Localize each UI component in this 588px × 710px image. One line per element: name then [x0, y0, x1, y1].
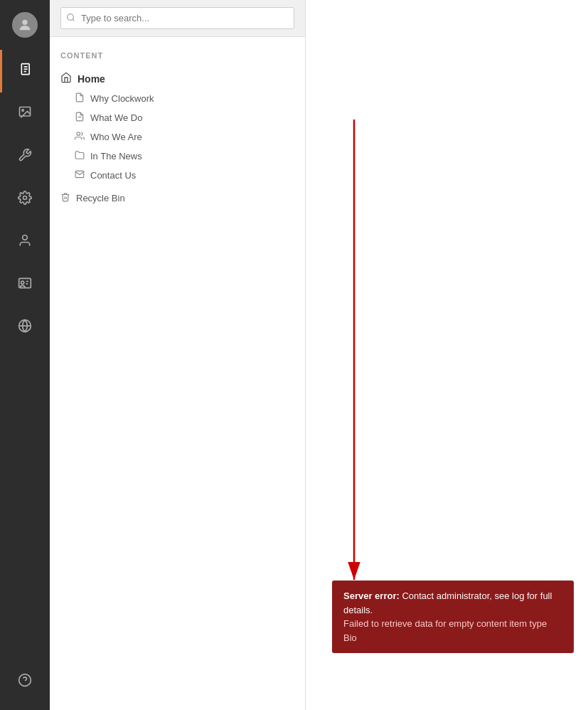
error-title: Server error: [343, 590, 400, 601]
page-icon-what [75, 112, 85, 124]
what-we-do-label: What We Do [90, 112, 142, 123]
tree-item-what-we-do[interactable]: What We Do [75, 108, 294, 127]
svg-point-15 [68, 14, 74, 20]
search-icon [66, 13, 75, 24]
tree-item-contact-us[interactable]: Contact Us [75, 166, 294, 185]
home-label: Home [77, 73, 105, 85]
tree-children: Why Clockwork What We Do [60, 89, 294, 185]
tree-item-recycle-bin[interactable]: Recycle Bin [60, 189, 294, 208]
sidebar-globe-icon[interactable] [0, 306, 50, 349]
sidebar-tools-icon[interactable] [0, 135, 50, 178]
search-wrapper [60, 7, 294, 29]
sidebar-contacts-icon[interactable] [0, 263, 50, 306]
avatar[interactable] [12, 12, 38, 38]
tree-item-who-we-are[interactable]: Who We Are [75, 127, 294, 147]
tree-item-in-the-news[interactable]: In The News [75, 147, 294, 166]
in-the-news-label: In The News [90, 151, 142, 161]
gear-icon [18, 191, 32, 208]
globe-icon [18, 319, 32, 337]
sidebar-user-icon[interactable] [0, 221, 50, 263]
page-icon-why [75, 92, 85, 105]
svg-point-18 [77, 132, 80, 136]
main-area: Server error: Contact administrator, see… [306, 0, 588, 710]
sidebar-help-icon[interactable] [0, 660, 50, 703]
svg-point-6 [22, 109, 23, 111]
tree-item-why-clockwork[interactable]: Why Clockwork [75, 89, 294, 108]
sidebar-settings-icon[interactable] [0, 178, 50, 221]
error-toast: Server error: Contact administrator, see… [332, 581, 574, 653]
folder-icon-news [75, 150, 85, 162]
content-panel: CONTENT Home Why Clockwork [50, 0, 306, 710]
icon-sidebar [0, 0, 50, 710]
recycle-bin-label: Recycle Bin [76, 193, 125, 203]
svg-point-10 [21, 281, 24, 284]
people-icon-who [75, 131, 85, 143]
sidebar-bottom [0, 660, 50, 703]
svg-rect-5 [20, 107, 31, 116]
sidebar-content-icon[interactable] [0, 50, 50, 92]
tree-item-home[interactable]: Home [60, 68, 294, 89]
svg-point-0 [22, 20, 27, 25]
why-clockwork-label: Why Clockwork [90, 93, 154, 104]
content-section-label: CONTENT [60, 51, 294, 60]
svg-point-8 [23, 235, 28, 240]
trash-icon [60, 192, 70, 204]
who-we-are-label: Who We Are [90, 132, 142, 142]
svg-line-16 [73, 19, 74, 21]
search-input[interactable] [60, 7, 294, 29]
content-page-icon [19, 63, 33, 80]
help-icon [18, 673, 32, 691]
wrench-icon [18, 148, 32, 166]
error-detail: Failed to retrieve data for empty conten… [343, 618, 547, 643]
mail-icon-contact [75, 169, 85, 181]
contact-us-label: Contact Us [90, 170, 136, 181]
svg-point-7 [23, 196, 27, 199]
user-icon [18, 233, 32, 251]
sidebar-media-icon[interactable] [0, 92, 50, 135]
search-area [50, 0, 305, 37]
media-icon [18, 105, 32, 123]
home-icon [60, 72, 72, 85]
id-card-icon [18, 276, 32, 294]
tree-area: CONTENT Home Why Clockwork [50, 37, 305, 710]
avatar-area [0, 0, 50, 50]
